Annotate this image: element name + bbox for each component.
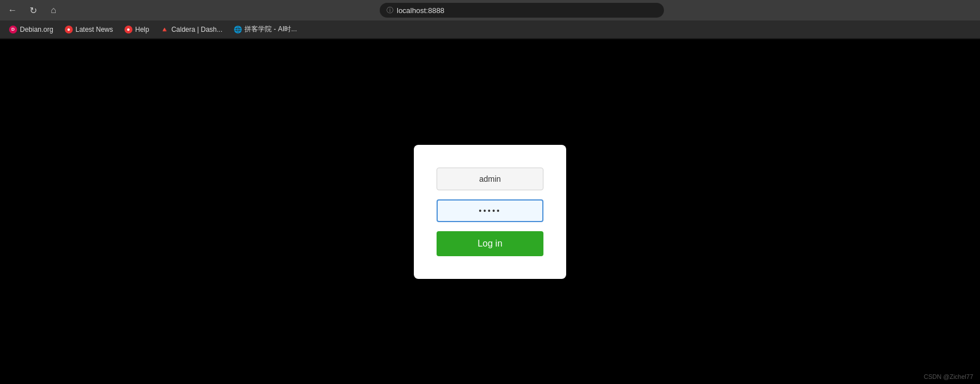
reload-button[interactable]: ↻ — [25, 2, 41, 18]
bookmark-pj-label: 拼客学院 - AI时... — [244, 24, 297, 34]
bookmark-latest-news-label: Latest News — [76, 26, 113, 34]
login-card: Log in — [414, 145, 566, 279]
watermark-text: CSDN @Zichel77 — [924, 373, 973, 380]
favicon-debian: D — [9, 26, 17, 34]
bookmark-latest-news[interactable]: ● Latest News — [60, 24, 118, 35]
username-input[interactable] — [437, 168, 543, 190]
bookmark-help-label: Help — [135, 26, 150, 34]
watermark: CSDN @Zichel77 — [924, 373, 973, 380]
password-input[interactable] — [437, 199, 543, 222]
bookmarks-bar: D Debian.org ● Latest News ● Help 🔺 Cald… — [0, 20, 980, 39]
favicon-news: ● — [65, 26, 73, 34]
bookmark-pj[interactable]: 🌐 拼客学院 - AI时... — [229, 23, 301, 36]
browser-chrome: ← ↻ ⌂ ⓘ localhost:8888 D Debian.org ● La… — [0, 0, 980, 39]
address-bar[interactable]: ⓘ localhost:8888 — [380, 3, 664, 18]
lock-icon: ⓘ — [387, 6, 393, 15]
url-display: localhost:8888 — [397, 6, 445, 15]
bookmark-caldera-label: Caldera | Dash... — [171, 26, 222, 34]
favicon-caldera: 🔺 — [160, 26, 168, 34]
browser-controls: ← ↻ ⌂ — [5, 2, 61, 18]
browser-titlebar: ← ↻ ⌂ ⓘ localhost:8888 — [0, 0, 980, 20]
favicon-help: ● — [124, 26, 132, 34]
bookmark-help[interactable]: ● Help — [120, 24, 154, 35]
login-button[interactable]: Log in — [437, 231, 543, 256]
bookmark-debian[interactable]: D Debian.org — [5, 24, 58, 35]
bookmark-caldera[interactable]: 🔺 Caldera | Dash... — [156, 24, 227, 35]
bookmark-debian-label: Debian.org — [20, 26, 53, 34]
back-button[interactable]: ← — [5, 2, 20, 18]
favicon-pj: 🌐 — [234, 26, 242, 34]
page-content: Log in CSDN @Zichel77 — [0, 39, 980, 384]
home-button[interactable]: ⌂ — [45, 2, 61, 18]
